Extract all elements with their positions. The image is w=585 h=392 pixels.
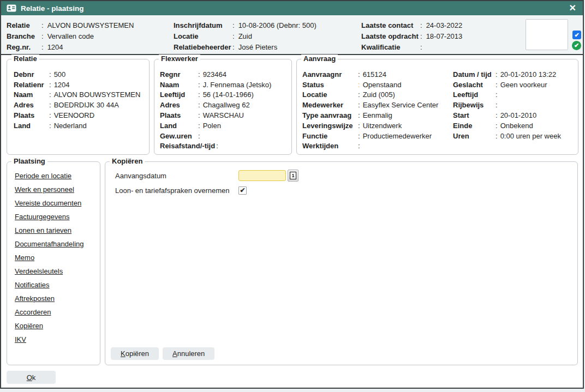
field-value: Chagallweg 62 [203, 101, 250, 109]
info-row: Start:20-01-2010 [453, 110, 561, 120]
field-label: Werktijden [302, 142, 357, 150]
contact-card-icon [7, 4, 16, 12]
colon: : [48, 122, 54, 130]
green-status-badge: ✔ [572, 41, 581, 50]
colon: : [231, 32, 238, 40]
photo-placeholder [526, 19, 568, 50]
sidebar-item-memo[interactable]: Memo [15, 254, 95, 267]
header-row: Relatie:ALVON BOUWSYSTEMEN [7, 20, 134, 31]
info-row: Medewerker:Easyflex Service Center [302, 100, 438, 110]
sidebar-item-verdeelsleutels[interactable]: Verdeelsleutels [15, 267, 95, 281]
calendar-button[interactable]: 1 [288, 170, 299, 182]
colon: : [357, 101, 363, 109]
close-icon[interactable]: ✕ [568, 4, 577, 13]
info-row: Land:Nederland [14, 120, 144, 131]
field-label: Plaats [14, 111, 48, 119]
aanvangsdatum-input[interactable] [238, 170, 286, 181]
sidebar-item-notificaties[interactable]: Notificaties [15, 281, 95, 294]
aanvangsdatum-label: Aanvangsdatum [115, 172, 238, 180]
sidebar-item-factuurgegevens[interactable]: Factuurgegevens [15, 213, 95, 226]
info-row: Adres:BOEDRDIJK 30 44A [14, 100, 144, 110]
info-row: Datum / tijd:20-01-2010 13:22 [453, 69, 561, 80]
field-label: Reisafstand/-tijd [160, 142, 215, 150]
field-value: 24-03-2022 [426, 21, 463, 29]
header-row: Relatiebeheerder:José Pieters [174, 41, 317, 52]
sidebar-item-periode-en-locatie[interactable]: Periode en locatie [15, 172, 95, 185]
colon: : [40, 21, 47, 29]
field-label: Aanvraagnr [302, 70, 357, 79]
field-label: Regnr [160, 70, 197, 79]
sidebar-item-aftrekposten[interactable]: Aftrekposten [15, 294, 95, 308]
field-label: Gew.uren [160, 132, 197, 140]
info-row: Plaats:VEENOORD [14, 110, 144, 120]
field-value: Eenmalig [363, 111, 392, 119]
field-value: 20-01-2010 13:22 [500, 70, 557, 79]
field-label: Plaats [160, 111, 197, 119]
field-label: Naam [14, 91, 48, 99]
field-label: Leveringswijze [302, 122, 357, 130]
field-value: Zuid (005) [363, 91, 395, 99]
field-label: Inschrijfdatum [174, 21, 231, 29]
info-row: Type aanvraag:Eenmalig [302, 110, 438, 120]
info-row: Rijbewijs: [453, 100, 561, 110]
field-label: Geslacht [453, 81, 494, 89]
info-row: Reisafstand/-tijd: [160, 141, 287, 152]
loon-tarief-row: Loon- en tariefafspraken overnemen ✔ [115, 185, 563, 196]
field-label: Start [453, 111, 494, 119]
info-row: Naam:ALVON BOUWSYSTEMEN [14, 90, 144, 100]
relatie-panel: Relatie Debnr:500 Relatienr:1204 Naam:AL… [7, 59, 150, 155]
field-value: 10-08-2006 (Debnr: 500) [238, 21, 317, 29]
field-value: Polen [203, 122, 221, 130]
info-row: Plaats:WARSCHAU [160, 110, 287, 120]
field-label: Type aanvraag [302, 111, 357, 119]
flexwerker-panel: Flexwerker Regnr:923464 Naam:J. Fennemaa… [154, 59, 292, 155]
field-label: Functie [302, 132, 357, 140]
colon: : [48, 101, 54, 109]
header-row: Locatie:Zuid [174, 31, 317, 41]
annuleren-button[interactable]: Annuleren [163, 347, 214, 360]
sidebar-item-ikv[interactable]: IKV [15, 335, 95, 349]
sidebar-item-accorderen[interactable]: Accorderen [15, 308, 95, 322]
info-row: Leeftijd: [453, 90, 561, 100]
colon: : [197, 132, 203, 140]
loon-tarief-checkbox[interactable]: ✔ [238, 186, 247, 195]
window-title: Relatie - plaatsing [21, 4, 568, 13]
field-label: Adres [160, 101, 197, 109]
info-row: Werktijden: [302, 141, 438, 152]
sidebar-item-kopieren[interactable]: Kopiëren [15, 322, 95, 335]
field-value: 1204 [54, 81, 70, 89]
field-value: Vervallen code [47, 32, 94, 40]
sidebar-item-werk-en-personeel[interactable]: Werk en personeel [15, 185, 95, 199]
sidebar-item-documentafhandeling[interactable]: Documentafhandeling [15, 240, 95, 254]
field-label: Einde [453, 122, 494, 130]
field-label: Debnr [14, 70, 48, 79]
sidebar-item-lonen-en-tarieven[interactable]: Lonen en tarieven [15, 226, 95, 240]
field-label: Land [14, 122, 48, 130]
sidebar-item-vereiste-documenten[interactable]: Vereiste documenten [15, 199, 95, 213]
colon: : [40, 32, 47, 40]
colon: : [494, 70, 500, 79]
field-value: 500 [54, 70, 66, 79]
blue-checkbox[interactable]: ✔ [572, 31, 581, 39]
field-value: Nederland [54, 122, 87, 130]
colon: : [231, 21, 238, 29]
relatie-plaatsing-dialog: Relatie - plaatsing ✕ Relatie:ALVON BOUW… [0, 0, 584, 389]
colon: : [197, 70, 203, 79]
field-value: 18-07-2013 [426, 32, 463, 40]
info-row: Uren:0:00 uren per week [453, 131, 561, 141]
check-icon: ✔ [574, 32, 579, 39]
field-value: Easyflex Service Center [363, 101, 439, 109]
check-icon: ✔ [574, 42, 579, 49]
colon: : [357, 70, 363, 79]
calendar-icon: 1 [290, 172, 296, 179]
colon: : [197, 122, 203, 130]
field-value: 56 (14-01-1966) [203, 91, 254, 99]
kopieren-button[interactable]: Kopiëren [111, 347, 159, 360]
field-value: Zuid [238, 32, 252, 40]
field-value: Openstaand [363, 81, 402, 89]
info-row: Leveringswijze:Uitzendwerk [302, 120, 438, 131]
ok-button[interactable]: Ok [7, 371, 56, 384]
loon-tarief-label: Loon- en tariefafspraken overnemen [115, 186, 238, 195]
field-label: Land [160, 122, 197, 130]
info-row: Leeftijd:56 (14-01-1966) [160, 90, 287, 100]
